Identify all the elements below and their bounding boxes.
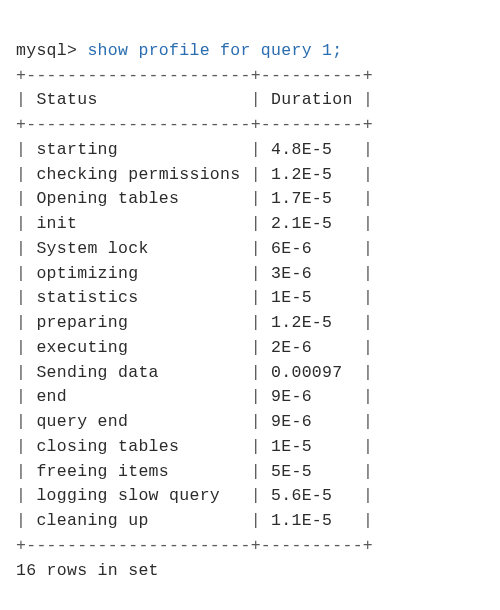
cell-status: Sending data bbox=[36, 363, 240, 382]
table-row: | query end | 9E-6 | bbox=[16, 412, 373, 431]
cell-status: freeing items bbox=[36, 462, 240, 481]
cell-status: closing tables bbox=[36, 437, 240, 456]
table-row: | end | 9E-6 | bbox=[16, 387, 373, 406]
cell-status: logging slow query bbox=[36, 486, 240, 505]
cell-duration: 1.1E-5 bbox=[271, 511, 353, 530]
sql-command: show profile for query 1; bbox=[87, 41, 342, 60]
table-header-row: | Status | Duration | bbox=[16, 90, 373, 109]
cell-status: System lock bbox=[36, 239, 240, 258]
cell-status: init bbox=[36, 214, 240, 233]
column-header-duration: Duration bbox=[271, 90, 353, 109]
cell-duration: 9E-6 bbox=[271, 412, 353, 431]
table-row: | starting | 4.8E-5 | bbox=[16, 140, 373, 159]
table-row: | System lock | 6E-6 | bbox=[16, 239, 373, 258]
table-row: | checking permissions | 1.2E-5 | bbox=[16, 165, 373, 184]
cell-duration: 4.8E-5 bbox=[271, 140, 353, 159]
mysql-terminal-output: mysql> show profile for query 1; +------… bbox=[0, 0, 500, 597]
table-row: | logging slow query | 5.6E-5 | bbox=[16, 486, 373, 505]
table-border-mid: +----------------------+----------+ bbox=[16, 115, 373, 134]
cell-status: optimizing bbox=[36, 264, 240, 283]
table-border-top: +----------------------+----------+ bbox=[16, 66, 373, 85]
cell-duration: 6E-6 bbox=[271, 239, 353, 258]
cell-duration: 3E-6 bbox=[271, 264, 353, 283]
table-row: | optimizing | 3E-6 | bbox=[16, 264, 373, 283]
table-body: | starting | 4.8E-5 | | checking permiss… bbox=[16, 140, 373, 530]
cell-duration: 1E-5 bbox=[271, 437, 353, 456]
cell-duration: 1.2E-5 bbox=[271, 313, 353, 332]
cell-status: checking permissions bbox=[36, 165, 240, 184]
cell-duration: 0.00097 bbox=[271, 363, 353, 382]
cell-duration: 1E-5 bbox=[271, 288, 353, 307]
table-row: | closing tables | 1E-5 | bbox=[16, 437, 373, 456]
cell-status: executing bbox=[36, 338, 240, 357]
cell-status: query end bbox=[36, 412, 240, 431]
cell-duration: 1.2E-5 bbox=[271, 165, 353, 184]
mysql-prompt: mysql> bbox=[16, 41, 77, 60]
cell-status: starting bbox=[36, 140, 240, 159]
cell-duration: 2.1E-5 bbox=[271, 214, 353, 233]
table-row: | Opening tables | 1.7E-5 | bbox=[16, 189, 373, 208]
column-header-status: Status bbox=[36, 90, 240, 109]
table-row: | init | 2.1E-5 | bbox=[16, 214, 373, 233]
cell-duration: 5.6E-5 bbox=[271, 486, 353, 505]
table-border-bottom: +----------------------+----------+ bbox=[16, 536, 373, 555]
result-footer: 16 rows in set bbox=[16, 561, 159, 580]
cell-status: Opening tables bbox=[36, 189, 240, 208]
cell-status: preparing bbox=[36, 313, 240, 332]
table-row: | executing | 2E-6 | bbox=[16, 338, 373, 357]
table-row: | cleaning up | 1.1E-5 | bbox=[16, 511, 373, 530]
table-row: | statistics | 1E-5 | bbox=[16, 288, 373, 307]
cell-duration: 9E-6 bbox=[271, 387, 353, 406]
table-row: | preparing | 1.2E-5 | bbox=[16, 313, 373, 332]
cell-duration: 5E-5 bbox=[271, 462, 353, 481]
cell-duration: 2E-6 bbox=[271, 338, 353, 357]
cell-status: statistics bbox=[36, 288, 240, 307]
cell-status: cleaning up bbox=[36, 511, 240, 530]
table-row: | freeing items | 5E-5 | bbox=[16, 462, 373, 481]
table-row: | Sending data | 0.00097 | bbox=[16, 363, 373, 382]
cell-duration: 1.7E-5 bbox=[271, 189, 353, 208]
cell-status: end bbox=[36, 387, 240, 406]
